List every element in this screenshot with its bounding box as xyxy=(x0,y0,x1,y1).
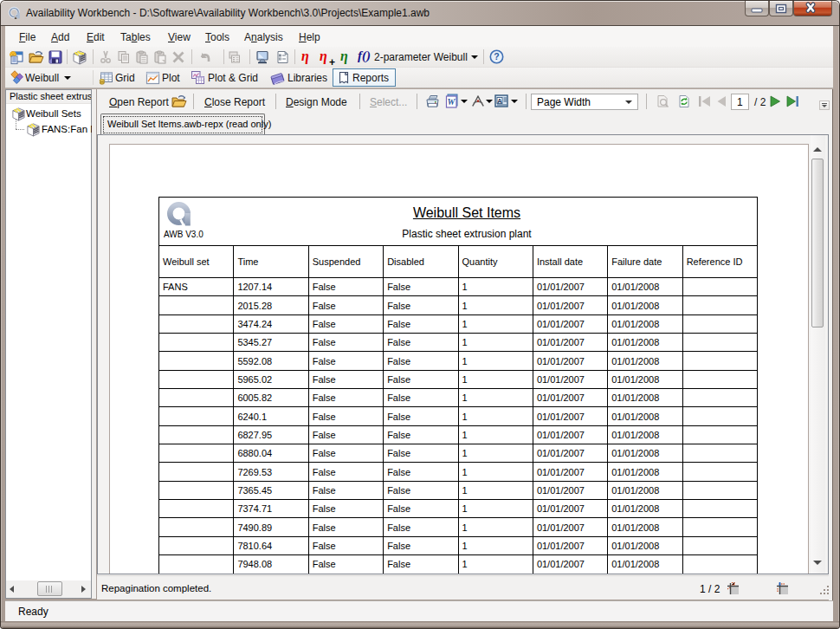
svg-text:A: A xyxy=(497,97,502,105)
svg-text:?: ? xyxy=(494,51,499,62)
svg-text:W: W xyxy=(448,97,456,107)
